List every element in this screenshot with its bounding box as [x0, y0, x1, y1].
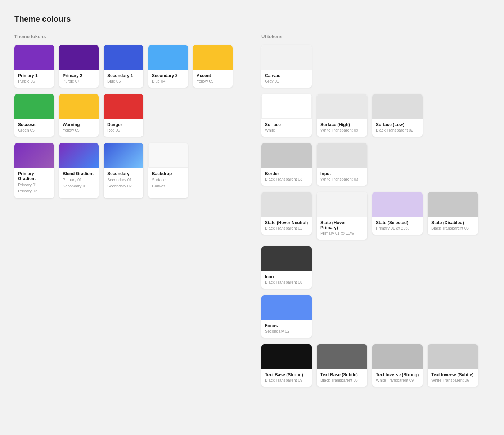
- ui-card: State (Selected)Primary 01 @ 20%: [372, 192, 423, 235]
- ui-info: SurfaceWhite: [261, 119, 312, 137]
- ui-info: BorderBlack Transparent 03: [261, 168, 312, 186]
- color-name: Primary Gradient: [18, 171, 50, 181]
- ui-swatch: [428, 192, 478, 217]
- ui-value: Black Transparent 09: [265, 378, 308, 382]
- ui-tokens-section: UI tokens CanvasGray 01SurfaceWhiteSurfa…: [261, 34, 478, 387]
- theme-card: Secondary 1Blue 05: [104, 45, 143, 88]
- ui-row-5: FocusSecondary 02: [261, 295, 478, 338]
- ui-swatch: [372, 94, 423, 119]
- ui-value: Black Transparent 02: [376, 128, 419, 132]
- color-info: SuccessGreen 05: [14, 119, 54, 137]
- ui-name: Input: [320, 171, 364, 176]
- theme-tokens-grid: Primary 1Purple 05Primary 2Purple 07Seco…: [14, 45, 233, 198]
- theme-card: Primary 2Purple 07: [59, 45, 99, 88]
- color-swatch: [14, 143, 54, 168]
- ui-value: White Transparent 06: [431, 378, 474, 382]
- ui-swatch: [261, 143, 312, 168]
- color-info: WarningYellow 05: [59, 119, 99, 137]
- ui-swatch: [372, 192, 423, 217]
- theme-row-1: SuccessGreen 05WarningYellow 05DangerRed…: [14, 94, 233, 137]
- ui-tokens-grid: CanvasGray 01SurfaceWhiteSurface (High)W…: [261, 45, 478, 387]
- color-info: AccentYellow 05: [193, 70, 233, 88]
- ui-value: Gray 01: [265, 79, 308, 83]
- color-name: Secondary: [107, 171, 140, 176]
- ui-name: State (Hover Neutral): [265, 220, 308, 225]
- color-swatch: [104, 143, 143, 168]
- theme-card: WarningYellow 05: [59, 94, 99, 137]
- ui-name: State (Disabled): [431, 220, 474, 225]
- ui-info: Text Inverse (Subtle)White Transparent 0…: [428, 369, 478, 387]
- ui-info: IconBlack Transparent 08: [261, 271, 312, 289]
- ui-card: FocusSecondary 02: [261, 295, 312, 338]
- color-info: Blend GradientPrimary 01 Secondary 01: [59, 168, 99, 193]
- ui-value: Black Transparent 08: [265, 280, 308, 284]
- color-name: Secondary 1: [107, 73, 140, 78]
- color-swatch: [148, 143, 188, 168]
- color-value: Surface Canvas: [152, 177, 184, 189]
- ui-swatch: [317, 94, 367, 119]
- color-info: Primary 2Purple 07: [59, 70, 99, 88]
- ui-value: Black Transparent 03: [431, 226, 474, 230]
- ui-swatch: [317, 344, 367, 369]
- ui-swatch: [261, 295, 312, 320]
- theme-tokens-section: Theme tokens Primary 1Purple 05Primary 2…: [14, 34, 233, 198]
- ui-swatch: [317, 192, 367, 217]
- color-swatch: [59, 94, 99, 119]
- color-value: Yellow 05: [63, 128, 95, 132]
- theme-row-0: Primary 1Purple 05Primary 2Purple 07Seco…: [14, 45, 233, 88]
- ui-swatch: [428, 344, 478, 369]
- color-swatch: [104, 45, 143, 70]
- ui-value: Primary 01 @ 10%: [320, 231, 364, 235]
- color-value: Green 05: [18, 128, 50, 132]
- color-value: Red 05: [107, 128, 140, 132]
- color-name: Warning: [63, 122, 95, 127]
- page-title: Theme colours: [14, 14, 490, 24]
- ui-name: State (Selected): [376, 220, 419, 225]
- ui-card: Text Inverse (Strong)White Transparent 0…: [372, 344, 423, 387]
- ui-card: Text Base (Strong)Black Transparent 09: [261, 344, 312, 387]
- ui-info: Surface (Low)Black Transparent 02: [372, 119, 423, 137]
- ui-name: Icon: [265, 274, 308, 279]
- ui-value: White Transparent 09: [376, 378, 419, 382]
- ui-name: Focus: [265, 323, 308, 328]
- theme-tokens-title: Theme tokens: [14, 34, 233, 39]
- color-name: Secondary 2: [152, 73, 184, 78]
- color-swatch: [14, 94, 54, 119]
- ui-card: SurfaceWhite: [261, 94, 312, 137]
- color-value: Purple 07: [63, 79, 95, 83]
- ui-name: Border: [265, 171, 308, 176]
- color-value: Blue 05: [107, 79, 140, 83]
- theme-card: BackdropSurface Canvas: [148, 143, 188, 198]
- ui-value: White Transparent 03: [320, 177, 364, 181]
- ui-value: Secondary 02: [265, 329, 308, 333]
- ui-info: Text Base (Subtle)Black Transparent 06: [317, 369, 367, 387]
- color-name: Accent: [197, 73, 229, 78]
- ui-value: Black Transparent 06: [320, 378, 364, 382]
- color-swatch: [104, 94, 143, 119]
- ui-name: Surface (High): [320, 122, 364, 127]
- ui-card: Surface (High)White Transparent 09: [317, 94, 367, 137]
- ui-name: Text Inverse (Subtle): [431, 372, 474, 377]
- ui-row-1: SurfaceWhiteSurface (High)White Transpar…: [261, 94, 478, 137]
- ui-card: BorderBlack Transparent 03: [261, 143, 312, 186]
- ui-name: Text Base (Subtle): [320, 372, 364, 377]
- ui-row-0: CanvasGray 01: [261, 45, 478, 88]
- theme-card: Blend GradientPrimary 01 Secondary 01: [59, 143, 99, 198]
- ui-card: CanvasGray 01: [261, 45, 312, 88]
- ui-value: White Transparent 09: [320, 128, 364, 132]
- theme-card: SuccessGreen 05: [14, 94, 54, 137]
- ui-info: CanvasGray 01: [261, 70, 312, 88]
- theme-card: SecondarySecondary 01 Secondary 02: [104, 143, 143, 198]
- ui-info: State (Selected)Primary 01 @ 20%: [372, 217, 423, 235]
- color-swatch: [59, 45, 99, 70]
- ui-card: State (Hover Primary)Primary 01 @ 10%: [317, 192, 367, 240]
- color-info: Secondary 1Blue 05: [104, 70, 143, 88]
- ui-info: State (Hover Primary)Primary 01 @ 10%: [317, 217, 367, 240]
- ui-tokens-title: UI tokens: [261, 34, 478, 39]
- ui-card: Text Base (Subtle)Black Transparent 06: [317, 344, 367, 387]
- ui-info: InputWhite Transparent 03: [317, 168, 367, 186]
- ui-info: Surface (High)White Transparent 09: [317, 119, 367, 137]
- color-name: Blend Gradient: [63, 171, 95, 176]
- ui-info: Text Inverse (Strong)White Transparent 0…: [372, 369, 423, 387]
- color-info: Primary 1Purple 05: [14, 70, 54, 88]
